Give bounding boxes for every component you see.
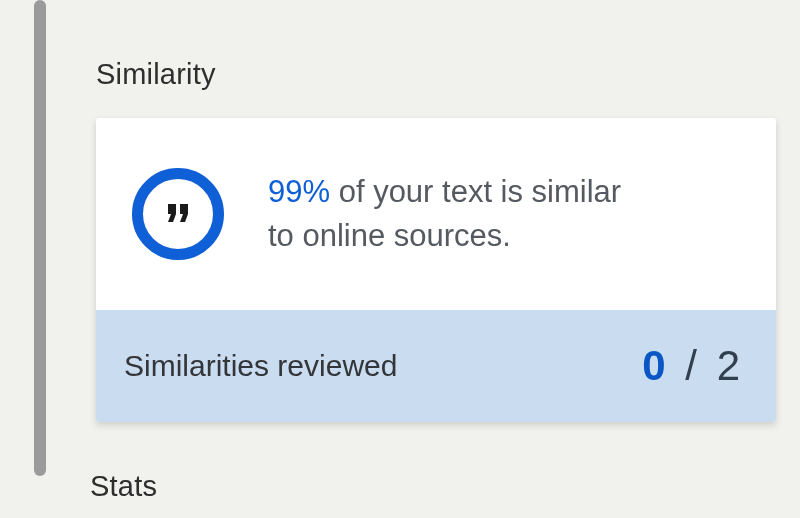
reviewed-separator: / xyxy=(670,342,717,389)
similarity-message: 99% of your text is similar to online so… xyxy=(268,170,621,258)
quote-icon-svg xyxy=(162,198,194,230)
similarity-summary: 99% of your text is similar to online so… xyxy=(96,118,776,310)
scrollbar-thumb[interactable] xyxy=(34,0,46,476)
similarity-card[interactable]: 99% of your text is similar to online so… xyxy=(96,118,776,422)
reviewed-done: 0 xyxy=(642,342,669,389)
similarity-section-title: Similarity xyxy=(96,58,216,91)
similarity-message-part2: to online sources. xyxy=(268,218,511,253)
reviewed-total: 2 xyxy=(717,342,744,389)
similarity-message-part1: of your text is similar xyxy=(330,174,621,209)
similarities-reviewed-count: 0 / 2 xyxy=(642,342,744,390)
similarity-percent: 99% xyxy=(268,174,330,209)
quote-icon xyxy=(132,168,224,260)
stats-section-title: Stats xyxy=(90,470,157,503)
similarities-reviewed-label: Similarities reviewed xyxy=(124,349,397,383)
similarities-reviewed-row[interactable]: Similarities reviewed 0 / 2 xyxy=(96,310,776,422)
